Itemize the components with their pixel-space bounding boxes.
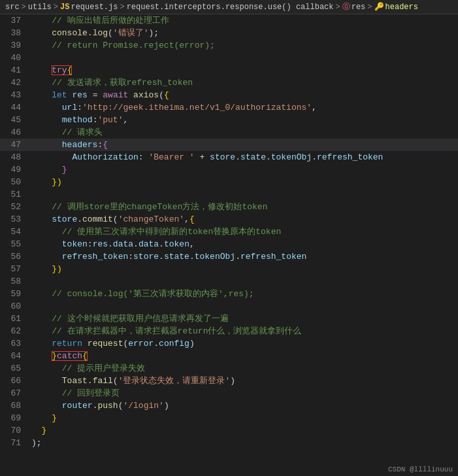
code-line-41: 41 try{ [0,64,458,76]
code-line-53: 53 store.commit('changeToken',{ [0,213,458,226]
sep5: > [367,3,372,12]
watermark: CSDN @llllinuuu [388,466,453,473]
breadcrumb-src: src [5,3,20,12]
code-line-42: 42 // 发送请求，获取refresh_token [0,76,458,89]
code-line-44: 44 url:'http://geek.itheima.net/v1_0/aut… [0,101,458,114]
code-line-40: 40 [0,52,458,64]
code-line-70: 70 } [0,424,458,437]
code-line-46: 46 // 请求头 [0,126,458,139]
breadcrumb-res: res [352,3,366,12]
code-line-60: 60 [0,300,458,313]
breadcrumb-func: request.interceptors.response.use() call… [127,3,334,12]
code-line-61: 61 // 这个时候就把获取用户信息请求再发了一遍 [0,313,458,325]
arrow-icon: ⓪ [342,1,350,12]
breadcrumb-bar: src > utils > JS request.js > request.in… [0,0,458,14]
breadcrumb-utils: utils [28,3,52,12]
code-line-45: 45 method:'put', [0,114,458,126]
code-line-52: 52 // 调用store里的changeToken方法，修改初始token [0,201,458,213]
code-line-47: 47 headers:{ [0,139,458,151]
code-line-64: 64 }catch{ [0,350,458,362]
code-line-66: 66 Toast.fail('登录状态失效，请重新登录') [0,375,458,387]
breadcrumb-file: request.js [71,3,118,12]
js-icon: JS [60,3,69,12]
code-line-59: 59 // console.log('第三次请求获取的内容',res); [0,288,458,300]
code-line-43: 43 let res = await axios({ [0,89,458,101]
sep3: > [120,3,124,12]
code-line-69: 69 } [0,412,458,424]
code-line-58: 58 [0,275,458,288]
code-line-62: 62 // 在请求拦截器中，请求拦截器return什么，浏览器就拿到什么 [0,325,458,337]
code-line-38: 38 console.log('错误了'); [0,27,458,39]
sep1: > [22,3,26,12]
code-line-48: 48 Authorization: 'Bearer ' + store.stat… [0,151,458,163]
code-line-65: 65 // 提示用户登录失效 [0,362,458,375]
sep4: > [336,3,340,12]
code-line-71: 71 ); [0,437,458,449]
code-line-55: 55 token:res.data.data.token, [0,238,458,250]
code-line-39: 39 // return Promise.reject(error); [0,39,458,52]
code-area: 37 // 响应出错后所做的处理工作 38 console.log('错误了')… [0,14,458,476]
code-line-63: 63 return request(error.config) [0,337,458,350]
code-line-49: 49 } [0,163,458,176]
code-line-67: 67 // 回到登录页 [0,387,458,400]
key-icon: 🔑 [374,2,384,12]
breadcrumb-headers: headers [385,3,418,12]
code-line-54: 54 // 使用第三次请求中得到的新的token替换原本的token [0,226,458,238]
code-line-56: 56 refresh_token:store.state.tokenObj.re… [0,250,458,263]
code-line-57: 57 }) [0,263,458,275]
code-line-51: 51 [0,188,458,201]
code-line-37: 37 // 响应出错后所做的处理工作 [0,14,458,27]
code-line-68: 68 router.push('/login') [0,400,458,412]
code-line-50: 50 }) [0,176,458,188]
sep2: > [54,3,58,12]
